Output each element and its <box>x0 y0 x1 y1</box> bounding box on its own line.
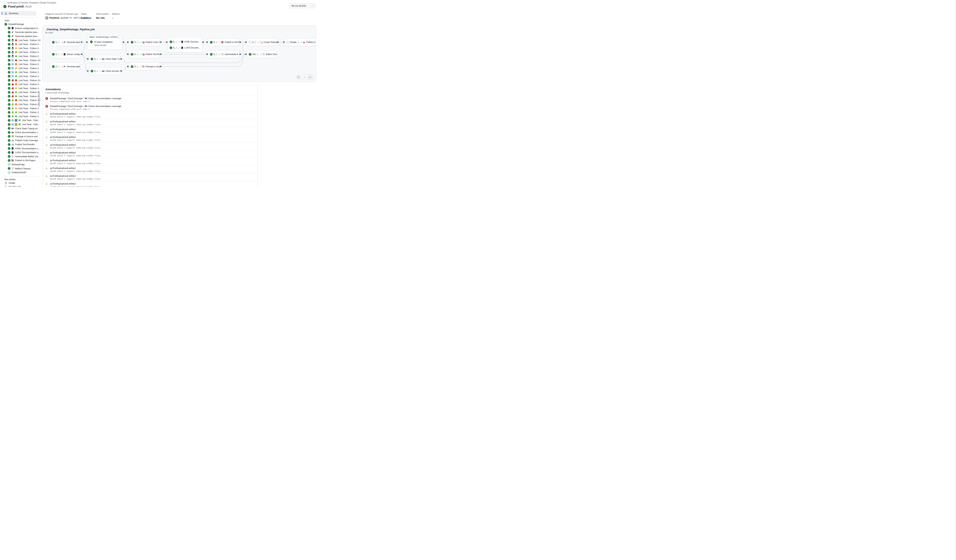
eyes-icon <box>11 131 14 134</box>
success-status-icon <box>8 119 11 122</box>
sidebar-job-item[interactable]: Unit Tests - Python 3.9 <box>2 58 41 63</box>
sidebar-job-item[interactable]: Generate pipeline parameters <box>2 34 41 38</box>
annotation-message: Process completed with exit code 1. <box>50 100 121 102</box>
sidebar-job-item[interactable]: Unit Tests - Python 3.13 <box>2 115 41 118</box>
annotation-title-text: pyTooling/upload-artifact <box>50 175 76 177</box>
sidebar-job-item[interactable]: PublishOnPyPI <box>2 170 41 174</box>
sidebar-job-item[interactable]: Publish Code Coverage Results <box>2 138 41 143</box>
sidebar-item-summary[interactable]: Summary <box>3 11 36 16</box>
sidebar-job-item[interactable]: Unit Tests - Python 3.12 <box>2 110 41 115</box>
sidebar-group-simplepackage[interactable]: SimplePackage <box>2 22 41 26</box>
annotation-title[interactable]: SimplePackage / DocCoverage /Check docum… <box>50 97 121 100</box>
sidebar-job-item[interactable]: Unit Tests - Python 3.12 <box>2 90 41 94</box>
zoom-out-button[interactable]: − <box>302 75 308 79</box>
sidebar-job-item[interactable]: Unit Tests - Python 3.10 <box>2 62 41 66</box>
annotation-title[interactable]: pyTooling/upload-artifact <box>50 151 102 154</box>
job-label: Unit Tests - Python 3.11 <box>19 47 41 50</box>
annotation-title[interactable]: pyTooling/upload-artifact <box>50 120 102 123</box>
graph-group-job[interactable]: S.../ ... /LaTeX Docume...51s <box>170 46 200 49</box>
sidebar-job-item[interactable]: Unit Tests - Python 3.10 <box>2 102 41 107</box>
avatar[interactable] <box>45 16 48 19</box>
graph-node-acl[interactable]: Sim.../ ... /Artifact Cleanup4s <box>247 50 277 58</box>
graph-node-ghp[interactable]: S.../ ... /Publish to GH-P...7s <box>208 38 239 46</box>
annotation-title[interactable]: SimplePackage / DocCoverage /Check docum… <box>50 105 121 107</box>
sidebar-job-item[interactable]: Unit Tests - Python 3.11 <box>2 46 41 50</box>
job-label: Intermediate Artifact Cleanup <box>15 155 41 158</box>
kebab-menu-button[interactable]: ··· <box>310 3 316 8</box>
sidebar-item-workflow-file[interactable]: Workflow file <box>2 185 41 187</box>
annotation-title[interactable]: pyTooling/upload-artifact <box>50 113 102 115</box>
sidebar-job-item[interactable]: Check Static Typing using Pyt... <box>2 126 41 130</box>
graph-node-cs[interactable]: S.../ ... /Check Static Ty...17s <box>89 55 120 63</box>
pen-icon <box>11 35 14 38</box>
sidebar-job-item[interactable]: Unit Tests - Python 3.12 <box>2 118 41 122</box>
graph-node-matrix[interactable]: Matrix: SimplePackage / UnitTest...22 jo… <box>88 35 123 50</box>
annotation-title[interactable]: pyTooling/upload-artifact <box>50 175 102 177</box>
sidebar-job-item[interactable]: Publish Test Results <box>2 142 41 146</box>
annotation-title[interactable]: pyTooling/upload-artifact <box>50 128 102 130</box>
zoom-in-button[interactable]: + <box>308 75 313 79</box>
graph-node-gen2[interactable]: S.../ ... /Generate pipelin...0s <box>50 63 80 71</box>
annotation-title[interactable]: pyTooling/upload-artifact <box>50 136 102 138</box>
graph-node-docs-group[interactable]: S.../ ... /HTML Docume...55sS.../ ... /L… <box>168 37 202 52</box>
success-status-icon <box>8 151 11 154</box>
sidebar-job-item[interactable]: Publish to GH-Pages <box>2 158 41 163</box>
graph-node-pkg[interactable]: S.../ ... /Package in Sou...18s <box>129 63 160 71</box>
sidebar-job-item[interactable]: Check documentation covera... <box>2 130 41 134</box>
graph-node-pypi[interactable]: Simple.../ ... /Publish to PyPI <box>285 38 316 46</box>
sidebar-job-item[interactable]: Unit Tests - Python 3.12 <box>2 71 41 74</box>
chevron-up-icon[interactable] <box>35 23 36 25</box>
annotation-title[interactable]: pyTooling/upload-artifact <box>50 167 102 169</box>
show-all-jobs-link[interactable]: Show all jobs <box>94 44 120 46</box>
breadcrumb-link[interactable]: Verification of Pipeline Templates (Simp… <box>7 2 56 4</box>
annotation-title-text: pyTooling/upload-artifact <box>50 167 76 169</box>
sidebar-job-item[interactable]: Unit Tests - Python 3.13 <box>2 54 41 58</box>
sidebar-job-item[interactable]: Intermediate Artifact Cleanup <box>2 154 41 158</box>
sidebar-job-item[interactable]: Artifact Cleanup <box>2 166 41 171</box>
sidebar-job-item[interactable]: Unit Tests - Python 3.10 <box>2 82 41 86</box>
sidebar-job-item[interactable]: Unit Tests - Python 3.9 <box>2 78 41 82</box>
sidebar-job-item[interactable]: HTML Documentation using ... <box>2 146 41 151</box>
commit-sha[interactable]: d0f07e1 <box>73 17 82 19</box>
annotation-title-text: Check documentation coverage <box>88 97 121 100</box>
sidebar-job-item[interactable]: Unit Tests - Python 3.9 <box>2 38 41 42</box>
graph-node-iac[interactable]: S.../ ... /Intermediate A...16s <box>208 50 239 58</box>
run-details-label: Run details <box>5 178 41 180</box>
sidebar-job-item[interactable]: Unit Tests - Python 3.13 <box>2 94 41 98</box>
graph-node-crp[interactable]: S.../ ... /Create 'Release Pa... <box>247 38 277 46</box>
actor-name[interactable]: Paebbels <box>49 17 60 19</box>
graph-node-ptr[interactable]: S.../ ... /Publish Test Re...13s <box>129 50 160 58</box>
graph-group-job[interactable]: S.../ ... /HTML Docume...55s <box>170 41 200 43</box>
graph-node-extract[interactable]: S.../ ... /Extract configur...4s <box>50 50 80 58</box>
sidebar-job-item[interactable]: Unit Tests - Python 3.9 <box>2 98 41 102</box>
annotation-title[interactable]: pyTooling/upload-artifact <box>50 144 102 146</box>
job-path-prefix: S.../ ... / <box>213 53 220 55</box>
fullscreen-button[interactable] <box>296 75 301 79</box>
sidebar-job-item[interactable]: Package in Source and Wheel... <box>2 134 41 138</box>
sidebar-job-item[interactable]: Generate pipeline parameters <box>2 30 41 35</box>
sidebar-job-item[interactable]: LaTeX Documentation using ... <box>2 150 41 154</box>
annotation-title-text: pyTooling/upload-artifact <box>50 159 76 162</box>
sidebar-job-item[interactable]: Unit Tests - Python 3.13 <box>2 74 41 78</box>
sidebar-job-item[interactable]: ReleasePage <box>2 162 41 166</box>
success-status-icon <box>8 139 11 142</box>
sidebar-job-item[interactable]: Unit Tests - Python 3.12 <box>2 50 41 54</box>
sidebar-scrollbar-thumb[interactable] <box>38 91 40 107</box>
annotation-title[interactable]: pyTooling/upload-artifact <box>50 182 102 185</box>
sidebar-job-item[interactable]: Unit Tests - Python 3.10 <box>2 42 41 46</box>
back-arrow-icon[interactable]: ← <box>3 1 6 4</box>
actor-action: pushed <box>61 17 69 19</box>
connection-dot <box>127 53 129 55</box>
rerun-all-jobs-button[interactable]: Re-run all jobs <box>289 3 308 8</box>
graph-node-gen1[interactable]: S.../ ... /Generate pipelin...0s <box>50 38 80 46</box>
sidebar-job-item[interactable]: Unit Tests - Python 3.11 <box>2 86 41 90</box>
graph-node-pcc[interactable]: S.../ ... /Publish Code C...20s <box>129 38 160 46</box>
graph-node-cd[interactable]: S.../ ... /Check docume...18s <box>89 67 120 75</box>
sidebar-job-item[interactable]: Unit Tests - Python 3.11 <box>2 66 41 71</box>
sidebar-item-usage[interactable]: Usage <box>2 181 41 185</box>
connection-dot <box>239 53 241 55</box>
sidebar-job-item[interactable]: Unit Tests - Python 3.12 <box>2 122 41 126</box>
sidebar-job-item[interactable]: Unit Tests - Python 3.11 <box>2 107 41 110</box>
sidebar-job-item[interactable]: Extract configurations from p... <box>2 26 41 30</box>
annotation-title[interactable]: pyTooling/upload-artifact <box>50 159 102 162</box>
